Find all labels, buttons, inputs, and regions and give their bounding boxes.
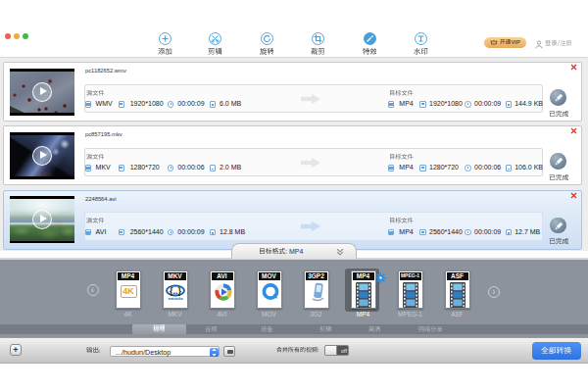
svg-text:{..}: {..} <box>170 286 182 296</box>
svg-text:matroska: matroska <box>168 297 182 301</box>
